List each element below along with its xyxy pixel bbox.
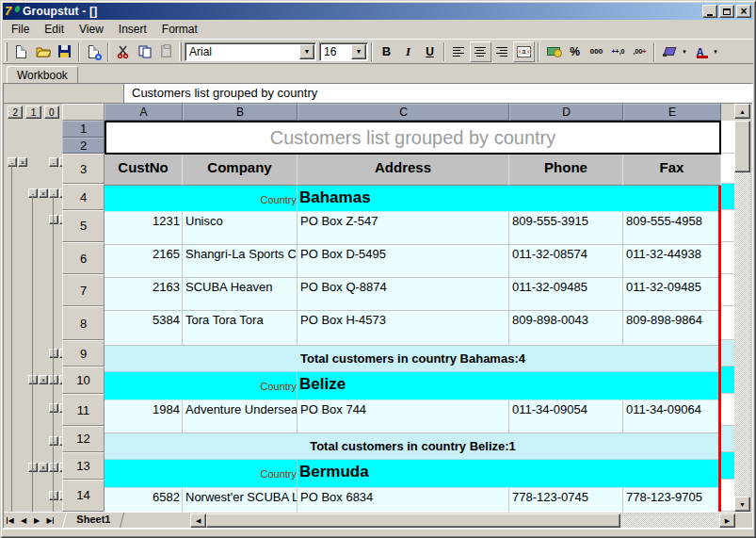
- head-cell-CustNo[interactable]: CustNo: [105, 155, 183, 186]
- bold-button[interactable]: B: [376, 41, 397, 62]
- row-header-6[interactable]: 6: [62, 242, 105, 274]
- country-name[interactable]: Bahamas: [298, 186, 371, 211]
- merge-cells-button[interactable]: a: [513, 41, 535, 62]
- name-box[interactable]: [4, 84, 124, 103]
- outline-collapse-button[interactable]: -: [49, 375, 58, 384]
- cell-C5[interactable]: PO Box Z-547: [298, 212, 509, 245]
- align-center-button[interactable]: [470, 41, 491, 62]
- copy-button[interactable]: [134, 41, 155, 62]
- total-row[interactable]: Total customers in country Belize:1: [105, 433, 721, 460]
- outline-collapse-button[interactable]: -: [49, 436, 58, 446]
- save-button[interactable]: [54, 41, 75, 62]
- outline-collapse-button[interactable]: -: [49, 403, 58, 413]
- scroll-right-icon[interactable]: ▶: [719, 514, 735, 528]
- cell-A7[interactable]: 2163: [105, 278, 183, 311]
- row-header-13[interactable]: 13: [62, 452, 105, 480]
- cell-E6[interactable]: 011-32-44938: [623, 245, 721, 278]
- outline-collapse-button[interactable]: -: [8, 157, 17, 167]
- cut-button[interactable]: [112, 41, 134, 62]
- cell-C8[interactable]: PO Box H-4573: [298, 311, 509, 346]
- cell-A14[interactable]: 6582: [105, 488, 183, 512]
- scroll-down-icon[interactable]: ▼: [734, 497, 750, 512]
- row-header-12[interactable]: 12: [62, 426, 105, 451]
- next-sheet-button[interactable]: ▶: [30, 513, 43, 528]
- currency-button[interactable]: [542, 41, 564, 62]
- cell-C6[interactable]: PO Box D-5495: [298, 245, 509, 278]
- cell-B11[interactable]: Adventure Undersea: [183, 400, 298, 433]
- outline-collapse-button[interactable]: -: [28, 375, 38, 384]
- cell-E7[interactable]: 011-32-09485: [623, 278, 721, 311]
- country-name[interactable]: Bermuda: [298, 460, 369, 487]
- outline-collapse-button[interactable]: -: [49, 491, 58, 500]
- percent-button[interactable]: %: [564, 41, 586, 62]
- menu-file[interactable]: File: [4, 21, 37, 39]
- column-header-D[interactable]: D: [509, 104, 623, 121]
- font-color-dropdown-icon[interactable]: ▼: [711, 41, 720, 62]
- paste-button[interactable]: [155, 41, 177, 62]
- underline-button[interactable]: U: [419, 41, 441, 62]
- outline-collapse-button[interactable]: -: [49, 215, 58, 224]
- cell-C7[interactable]: PO Box Q-8874: [298, 278, 509, 311]
- cell-C14[interactable]: PO Box 6834: [298, 488, 509, 512]
- outline-marker-button[interactable]: ×: [39, 188, 48, 198]
- head-cell-Phone[interactable]: Phone: [509, 155, 623, 186]
- cell-C11[interactable]: PO Box 744: [298, 400, 509, 433]
- outline-collapse-button[interactable]: -: [49, 188, 58, 198]
- cell-D6[interactable]: 011-32-08574: [509, 245, 623, 278]
- font-name-dropdown-icon[interactable]: ▼: [299, 44, 314, 59]
- minimize-button[interactable]: [702, 5, 717, 18]
- grid-corner-cell[interactable]: [62, 104, 105, 121]
- maximize-button[interactable]: [719, 5, 734, 18]
- new-button[interactable]: [10, 41, 32, 62]
- row-header-2[interactable]: 2: [62, 138, 105, 155]
- cell-D5[interactable]: 809-555-3915: [509, 212, 623, 245]
- tab-workbook[interactable]: Workbook: [7, 66, 78, 83]
- row-header-4[interactable]: 4: [62, 184, 105, 209]
- menu-edit[interactable]: Edit: [37, 21, 72, 39]
- tab-sheet1[interactable]: Sheet1: [62, 513, 124, 529]
- outline-level-button-1[interactable]: 1: [25, 106, 40, 119]
- font-size-combo[interactable]: 16 ▼: [319, 42, 368, 61]
- cell-D11[interactable]: 011-34-09054: [509, 400, 623, 433]
- outline-marker-button[interactable]: ×: [59, 188, 62, 198]
- cell-A8[interactable]: 5384: [105, 311, 183, 346]
- outline-marker-button[interactable]: ×: [59, 349, 62, 358]
- outline-collapse-button[interactable]: -: [49, 349, 58, 358]
- horizontal-scroll-thumb[interactable]: [206, 514, 620, 528]
- column-header-A[interactable]: A: [105, 104, 183, 121]
- cell-A5[interactable]: 1231: [105, 212, 183, 245]
- vertical-scroll-track[interactable]: [734, 172, 750, 497]
- column-header-B[interactable]: B: [183, 104, 298, 121]
- title-cell[interactable]: Customers list grouped by country: [105, 121, 721, 155]
- cell-B5[interactable]: Unisco: [183, 212, 298, 245]
- first-sheet-button[interactable]: ◀: [4, 513, 17, 528]
- cell-A11[interactable]: 1984: [105, 400, 183, 433]
- outline-level-button-2[interactable]: 2: [8, 106, 23, 119]
- cell-D7[interactable]: 011-32-09485: [509, 278, 623, 311]
- outline-marker-button[interactable]: ×: [59, 436, 62, 446]
- cell-B6[interactable]: Shangri-La Sports Ce: [183, 245, 298, 278]
- row-header-14[interactable]: 14: [62, 480, 105, 512]
- vertical-scroll-thumb[interactable]: [734, 121, 750, 172]
- outline-collapse-button[interactable]: -: [28, 188, 38, 198]
- outline-level-button-0[interactable]: 0: [44, 106, 59, 119]
- fill-color-button[interactable]: [658, 41, 680, 62]
- row-header-10[interactable]: 10: [62, 367, 105, 394]
- cell-B7[interactable]: SCUBA Heaven: [183, 278, 298, 311]
- thousands-separator-button[interactable]: 000: [586, 41, 607, 62]
- outline-marker-button[interactable]: ×: [59, 403, 62, 413]
- row-header-9[interactable]: 9: [62, 340, 105, 366]
- total-row[interactable]: Total customers in country Bahamas:4: [105, 346, 721, 372]
- align-right-button[interactable]: [491, 41, 513, 62]
- outline-marker-button[interactable]: ×: [59, 157, 62, 167]
- head-cell-Fax[interactable]: Fax: [623, 155, 721, 186]
- fill-color-dropdown-icon[interactable]: ▼: [680, 41, 689, 62]
- cell-E11[interactable]: 011-34-09064: [623, 400, 721, 433]
- scroll-up-icon[interactable]: ▲: [734, 104, 750, 119]
- outline-marker-button[interactable]: ×: [18, 157, 27, 167]
- outline-collapse-button[interactable]: -: [49, 463, 58, 472]
- cell-D8[interactable]: 809-898-0043: [509, 311, 623, 346]
- prev-sheet-button[interactable]: ◀: [17, 513, 30, 528]
- outline-marker-button[interactable]: ×: [59, 375, 62, 384]
- row-header-1[interactable]: 1: [62, 121, 105, 138]
